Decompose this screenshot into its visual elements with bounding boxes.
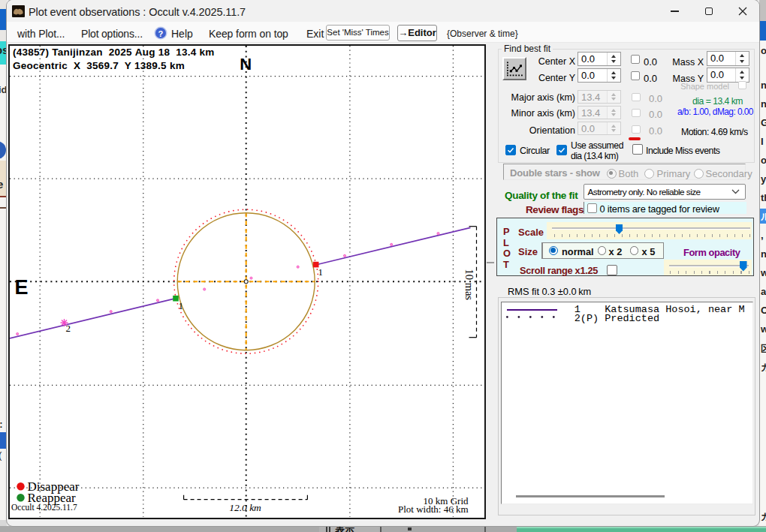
svg-text:12.0 km: 12.0 km: [229, 502, 261, 513]
svg-text:10 mas: 10 mas: [463, 269, 475, 301]
svg-text:(43857) Tanijinzan 2025 Aug 1: (43857) Tanijinzan 2025 Aug 18 13.4 km: [13, 47, 215, 58]
svg-text:Geocentric X 3569.7 Y 1389.: Geocentric X 3569.7 Y 1389.5 km: [13, 60, 185, 71]
svg-text:2: 2: [65, 323, 71, 334]
svg-text:E: E: [14, 276, 28, 299]
svg-text:Occult 4.2025.11.7: Occult 4.2025.11.7: [11, 503, 77, 512]
svg-text:1: 1: [318, 266, 323, 278]
svg-text:N: N: [240, 55, 252, 74]
svg-text:1: 1: [178, 300, 183, 311]
svg-text:Plot width: 46 km: Plot width: 46 km: [397, 503, 468, 515]
